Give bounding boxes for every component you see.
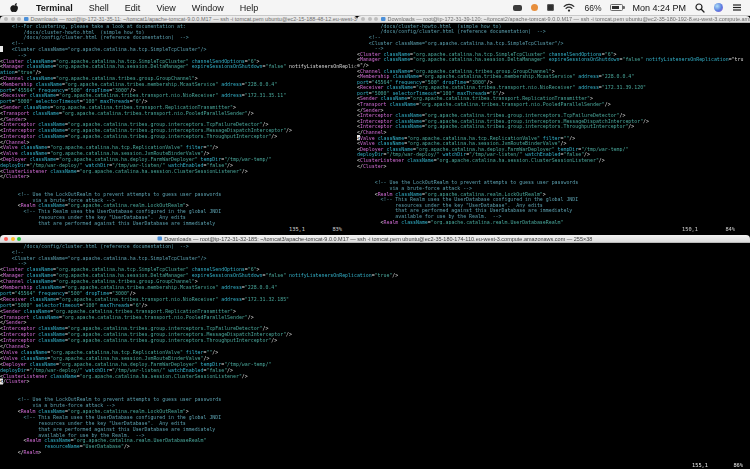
vim-ruler: 155,1 <box>692 462 708 469</box>
menu-bar: Terminal Shell Edit View Window Help 66%… <box>0 0 750 16</box>
menu-view[interactable]: View <box>148 0 183 15</box>
window-titlebar[interactable]: Downloads — root@ip-172-31-35-11: ~/tomc… <box>0 16 357 23</box>
menu-shell[interactable]: Shell <box>81 0 117 15</box>
close-button[interactable] <box>4 237 8 241</box>
vim-scroll-percent: 84% <box>725 226 735 233</box>
menu-window[interactable]: Window <box>184 0 232 15</box>
notification-center-icon[interactable] <box>732 3 742 12</box>
vim-file-message: "conf/server.xml" 188L, 8994C written <box>13 233 131 234</box>
vim-scroll-percent: 86% <box>733 462 743 469</box>
minimize-button[interactable] <box>368 17 372 21</box>
traffic-lights[interactable] <box>4 237 21 241</box>
proxy-icon-downloads[interactable] <box>381 17 386 21</box>
terminal-line: <Realm className="org.apache.catalina.re… <box>357 219 750 225</box>
traffic-lights[interactable] <box>4 17 21 21</box>
vim-status-line: "conf/server.xml" 188L, 8994C written 13… <box>0 226 357 233</box>
zoom-button[interactable] <box>17 237 21 241</box>
close-button[interactable] <box>361 17 365 21</box>
menu-terminal[interactable]: Terminal <box>28 0 81 15</box>
menu-bar-clock[interactable]: Mon 4:24 PM <box>632 3 686 13</box>
menu-extra-orange-icon[interactable] <box>531 4 538 11</box>
minimize-button[interactable] <box>11 237 15 241</box>
minimize-button[interactable] <box>11 17 15 21</box>
vim-ruler: 150,1 <box>682 226 698 233</box>
vim-editor-pane[interactable]: <!--For clustering, please take a look a… <box>0 23 357 226</box>
vim-file-message: "conf/server.xml" 187L, 8996C written <box>370 233 488 234</box>
window-title: Downloads — root@ip-172-31-32-185: ~/tom… <box>164 236 592 242</box>
window-title: Downloads — root@ip-172-31-39-120: ~/tom… <box>388 16 750 22</box>
vim-editor-pane[interactable]: /docs/cluster-howto.html (simple how to)… <box>357 23 750 226</box>
proxy-icon-downloads[interactable] <box>24 17 29 21</box>
window-titlebar[interactable]: Downloads — root@ip-172-31-39-120: ~/tom… <box>357 16 750 23</box>
menu-extra-dark-icon[interactable] <box>547 4 555 12</box>
desktop: { "menu_bar": { "menus": ["Terminal", "S… <box>0 0 750 469</box>
vim-editor-pane[interactable]: /docs/config/cluster.html (reference doc… <box>0 243 750 462</box>
apple-menu[interactable] <box>0 0 28 15</box>
spotlight-icon[interactable] <box>695 3 705 13</box>
zoom-button[interactable] <box>374 17 378 21</box>
window-title: Downloads — root@ip-172-31-35-11: ~/tomc… <box>31 16 358 22</box>
zoom-button[interactable] <box>17 17 21 21</box>
terminal-window-tomcat1: Downloads — root@ip-172-31-35-11: ~/tomc… <box>0 16 357 233</box>
battery-percentage: 66% <box>584 3 601 13</box>
vim-scroll-percent: 83% <box>332 226 342 233</box>
wifi-icon[interactable] <box>563 3 575 12</box>
terminal-window-tomcat2: Downloads — root@ip-172-31-39-120: ~/tom… <box>357 16 750 233</box>
battery-icon[interactable] <box>610 4 623 11</box>
window-titlebar[interactable]: Downloads — root@ip-172-31-32-185: ~/tom… <box>0 235 750 243</box>
siri-icon[interactable] <box>714 3 723 12</box>
apple-icon <box>10 2 19 13</box>
terminal-window-tomcat3: Downloads — root@ip-172-31-32-185: ~/tom… <box>0 235 750 469</box>
menu-edit[interactable]: Edit <box>117 0 149 15</box>
menu-help[interactable]: Help <box>232 0 267 15</box>
terminal-line <box>0 455 750 461</box>
proxy-icon-downloads[interactable] <box>158 237 163 241</box>
vim-status-line: "conf/server.xml" 187L, 8996C written 15… <box>357 226 750 233</box>
close-button[interactable] <box>4 17 8 21</box>
vim-status-line: "conf/server.xml" 188L, 8997C written 15… <box>0 462 750 469</box>
vim-ruler: 135,1 <box>289 226 305 233</box>
menu-extra-rect-icon[interactable] <box>513 5 522 11</box>
traffic-lights[interactable] <box>361 17 378 21</box>
